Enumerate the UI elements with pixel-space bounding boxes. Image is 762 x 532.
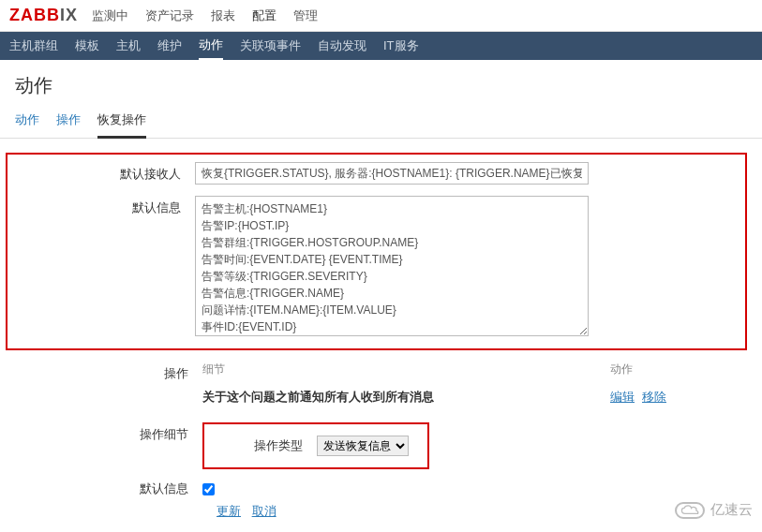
sub-menu-correlation[interactable]: 关联项事件 <box>240 37 301 54</box>
tab-action[interactable]: 动作 <box>15 104 39 138</box>
top-menu-monitoring[interactable]: 监测中 <box>92 7 128 24</box>
default-message-textarea[interactable] <box>195 196 589 336</box>
default-recipient-label: 默认接收人 <box>7 162 195 185</box>
tab-recovery-operations[interactable]: 恢复操作 <box>97 104 146 139</box>
operation-edit-link[interactable]: 编辑 <box>610 390 635 404</box>
sub-menu-actions[interactable]: 动作 <box>199 37 223 61</box>
operation-type-select[interactable]: 发送恢复信息 <box>317 436 409 456</box>
top-menu-configuration[interactable]: 配置 <box>252 7 276 24</box>
operation-row: 关于这个问题之前通知所有人收到所有消息 编辑移除 <box>202 383 685 411</box>
default-message-label: 默认信息 <box>7 196 195 339</box>
operation-remove-link[interactable]: 移除 <box>642 390 666 404</box>
operation-detail-label: 操作细节 <box>15 422 202 469</box>
cloud-icon <box>675 502 705 519</box>
watermark-text: 亿速云 <box>710 501 753 519</box>
ops-header-action: 动作 <box>610 362 685 377</box>
top-menu-administration[interactable]: 管理 <box>293 7 318 24</box>
inline-cancel-link[interactable]: 取消 <box>252 504 276 518</box>
top-menu: 监测中 资产记录 报表 配置 管理 <box>92 7 318 24</box>
zabbix-logo: ZABBIX <box>9 6 78 25</box>
sub-menu-discovery[interactable]: 自动发现 <box>318 37 366 54</box>
page-title: 动作 <box>0 60 762 104</box>
tab-operations[interactable]: 操作 <box>56 104 81 138</box>
top-menu-reports[interactable]: 报表 <box>211 7 235 24</box>
inline-update-link[interactable]: 更新 <box>217 504 241 518</box>
default-recipient-input[interactable] <box>195 162 589 185</box>
sub-menu-hosts[interactable]: 主机 <box>116 37 141 54</box>
operation-detail-text: 关于这个问题之前通知所有人收到所有消息 <box>202 389 610 406</box>
sub-menu-hostgroups[interactable]: 主机群组 <box>9 37 58 54</box>
ops-header-detail: 细节 <box>202 362 610 377</box>
recipient-message-box: 默认接收人 默认信息 <box>6 153 747 350</box>
watermark: 亿速云 <box>675 501 753 519</box>
operation-type-label: 操作类型 <box>223 437 317 454</box>
sub-menu-itservices[interactable]: IT服务 <box>383 37 419 54</box>
sub-menu-maintenance[interactable]: 维护 <box>157 37 182 54</box>
sub-menu-templates[interactable]: 模板 <box>75 37 99 54</box>
operation-detail-box: 操作类型 发送恢复信息 <box>202 422 429 469</box>
top-menu-inventory[interactable]: 资产记录 <box>145 7 194 24</box>
default-info-checkbox[interactable] <box>202 483 215 495</box>
default-info-label: 默认信息 <box>15 480 202 497</box>
operations-label: 操作 <box>15 362 202 411</box>
